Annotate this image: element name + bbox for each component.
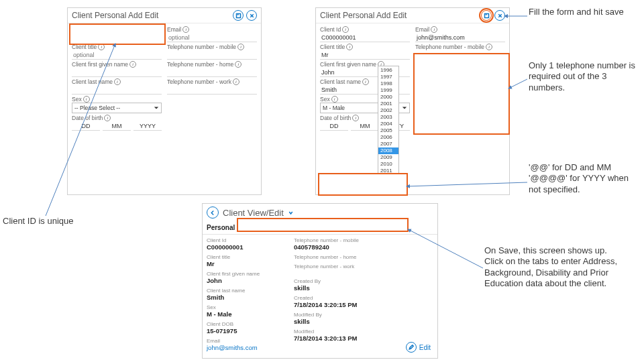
dob-yyyy[interactable]	[133, 121, 162, 131]
year-option[interactable]: 2003	[378, 114, 398, 121]
note-client-id: Client ID is unique	[3, 216, 97, 227]
save-button[interactable]	[233, 10, 244, 21]
info-icon: i	[486, 44, 492, 50]
info-icon: i	[237, 44, 244, 50]
year-option[interactable]: 1999	[378, 87, 398, 94]
view-field: Client DOB15-071975	[207, 321, 280, 335]
note-save: Fill the form and hit save	[529, 7, 629, 17]
info-icon: i	[331, 96, 338, 103]
sex-select[interactable]: -- Please Select --	[72, 103, 162, 113]
dob-mm[interactable]	[351, 121, 379, 131]
view-field: Client last nameSmith	[207, 288, 280, 301]
view-field: Client IdC000000001	[207, 237, 280, 251]
form-field: Client first given namei	[72, 61, 162, 77]
year-option[interactable]: 2010	[378, 161, 398, 168]
form-field: Client titlei	[320, 44, 410, 60]
year-option[interactable]: 1998	[378, 80, 398, 87]
info-icon: i	[129, 61, 136, 68]
year-option[interactable]: 1996	[378, 67, 398, 74]
panel-title: Client View/Edit	[223, 208, 284, 218]
view-field: Created Byskills	[294, 278, 433, 292]
dob-dd[interactable]	[72, 121, 100, 131]
form-field: Telephone number - mobilei	[167, 44, 257, 60]
year-option[interactable]: 2002	[378, 107, 398, 114]
form-field: Client titlei	[72, 44, 162, 60]
text-input[interactable]	[415, 33, 505, 42]
text-input[interactable]	[72, 50, 162, 60]
dob-mm[interactable]	[103, 121, 131, 131]
view-field: Modified Byskills	[294, 312, 433, 325]
view-field: Client first given nameJohn	[207, 271, 280, 284]
form-field: Client Idi	[320, 26, 410, 42]
panel-title: Client Personal Add Edit	[72, 11, 158, 20]
form-field: Emaili	[415, 26, 505, 42]
dob-dd[interactable]	[320, 121, 348, 131]
view-field: Emailjohn@smiths.com	[207, 338, 280, 351]
year-dropdown-list[interactable]: 1996199719981999200020012002200320042005…	[378, 66, 399, 176]
chevron-down-icon[interactable]	[288, 210, 294, 216]
text-input[interactable]	[72, 68, 162, 77]
year-option[interactable]: 2007	[378, 141, 398, 147]
close-button[interactable]	[494, 10, 505, 21]
edit-icon	[406, 342, 417, 353]
form-field: Telephone number - homei	[167, 61, 257, 77]
year-option[interactable]: 1997	[378, 74, 398, 80]
save-button[interactable]	[481, 10, 492, 21]
info-icon: i	[104, 115, 111, 121]
form-field: Client last namei	[72, 78, 162, 95]
info-icon: i	[362, 78, 369, 85]
text-input[interactable]	[167, 68, 257, 77]
edit-button[interactable]: Edit	[402, 339, 435, 355]
year-option[interactable]: 2009	[378, 154, 398, 161]
text-input[interactable]	[320, 33, 410, 42]
text-input[interactable]	[320, 50, 410, 60]
text-input[interactable]	[167, 85, 257, 95]
view-field: SexM - Male	[207, 304, 280, 318]
back-button[interactable]	[207, 206, 219, 219]
view-field: Created7/18/2014 3:20:15 PM	[294, 295, 433, 308]
year-option[interactable]: 2001	[378, 101, 398, 107]
year-option[interactable]: 2005	[378, 127, 398, 134]
info-icon: i	[431, 26, 437, 33]
form-field: Telephone number - worki	[167, 78, 257, 95]
note-dob: '@@' for DD and MM '@@@@' for YYYY when …	[529, 162, 636, 195]
info-icon: i	[114, 78, 121, 85]
note-phones: Only 1 telephone number is required out …	[529, 60, 636, 93]
form-field: Emaili	[167, 26, 257, 42]
note-onsave: On Save, this screen shows up.Click on t…	[484, 245, 625, 289]
year-option[interactable]: 2000	[378, 94, 398, 101]
view-field: Client titleMr	[207, 254, 280, 267]
info-icon: i	[235, 61, 241, 68]
info-icon: i	[233, 78, 239, 85]
info-icon: i	[352, 115, 359, 121]
text-input[interactable]	[72, 85, 162, 95]
close-button[interactable]	[246, 10, 257, 21]
text-input[interactable]	[167, 33, 257, 42]
view-field: Telephone number - work	[294, 263, 433, 269]
svg-line-9	[508, 79, 527, 88]
info-icon: i	[83, 96, 90, 103]
tab-personal[interactable]: Personal	[207, 224, 235, 231]
year-option[interactable]: 2004	[378, 121, 398, 127]
text-input[interactable]	[167, 50, 257, 60]
view-field: Telephone number - home	[294, 254, 433, 260]
year-option[interactable]: 2006	[378, 134, 398, 141]
info-icon: i	[346, 44, 353, 50]
info-icon: i	[342, 26, 349, 33]
view-field: Telephone number - mobile0405789240	[294, 237, 433, 251]
info-icon: i	[182, 26, 189, 33]
year-option[interactable]: 2008	[378, 147, 398, 154]
panel-title: Client Personal Add Edit	[320, 11, 407, 20]
